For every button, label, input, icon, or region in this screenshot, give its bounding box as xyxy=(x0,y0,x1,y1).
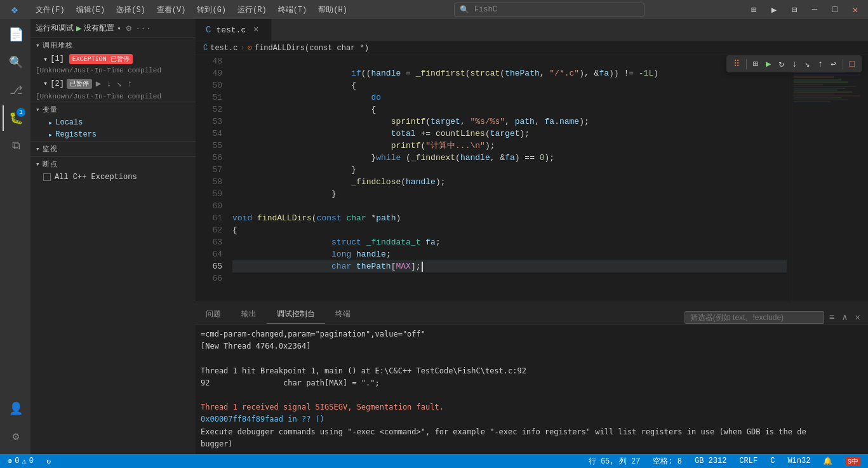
debug-step-back-button[interactable]: ↩ xyxy=(827,57,839,71)
line-63: 63 xyxy=(201,236,222,248)
play-debug-icon[interactable]: ▶ xyxy=(76,23,81,34)
status-errors[interactable]: ⊗ 0 ⚠ 0 xyxy=(5,454,36,468)
explorer-icon[interactable]: 📄 xyxy=(3,22,28,47)
debug-drag-handle[interactable]: ⠿ xyxy=(730,57,743,71)
var-locals[interactable]: Locals xyxy=(30,117,196,129)
panel-tab-terminal[interactable]: 终端 xyxy=(325,305,361,324)
menu-file[interactable]: 文件(F) xyxy=(30,3,70,17)
debug-restart-button[interactable]: ↻ xyxy=(775,57,787,71)
registers-label: Registers xyxy=(55,130,97,140)
status-position[interactable]: 行 65, 列 27 xyxy=(586,454,643,468)
menu-view[interactable]: 查看(V) xyxy=(152,3,191,17)
debug-toolbar-sep1 xyxy=(746,59,747,69)
status-spaces[interactable]: 空格: 8 xyxy=(650,454,684,468)
maximize-button[interactable]: □ xyxy=(827,2,843,17)
variables-section: 变量 Locals Registers xyxy=(30,102,196,141)
line-64: 64 xyxy=(201,248,222,260)
status-eol[interactable]: CRLF xyxy=(737,454,760,468)
watch-label: 监视 xyxy=(43,144,58,154)
variables-header[interactable]: 变量 xyxy=(30,102,196,117)
menu-run[interactable]: 运行(R) xyxy=(232,3,272,17)
panel-close-icon[interactable]: ✕ xyxy=(853,311,863,324)
close-button[interactable]: ✕ xyxy=(848,2,863,17)
debug-config-arrow[interactable]: ▾ xyxy=(117,25,121,32)
tab-test-c[interactable]: C test.c × xyxy=(196,19,272,41)
status-language[interactable]: C xyxy=(768,454,777,468)
panel-tab-problems[interactable]: 问题 xyxy=(196,305,231,324)
panel-up-icon[interactable]: ∧ xyxy=(839,311,850,324)
panel-tab-debug-console[interactable]: 调试控制台 xyxy=(267,305,325,324)
debug-icon[interactable]: ▶ xyxy=(766,2,782,17)
debug-step-into-button[interactable]: ↘ xyxy=(801,57,813,71)
thread2-step-out-icon[interactable]: ↑ xyxy=(126,77,133,90)
console-line-9: bugger) xyxy=(201,438,863,450)
no-config-label[interactable]: 没有配置 xyxy=(84,23,114,34)
debug-gear-icon[interactable]: ⚙ xyxy=(126,23,131,34)
spaces-text: 空格: 8 xyxy=(653,456,682,467)
callstack-section: 调用堆栈 [1] EXCEPTION 已暂停 [Unknown/Just-In-… xyxy=(30,38,196,454)
search-activity-icon[interactable]: 🔍 xyxy=(3,50,28,75)
layout-icon[interactable]: ⊞ xyxy=(746,2,761,17)
status-sync[interactable]: ↻ xyxy=(44,454,53,468)
settings-icon[interactable]: ⚙ xyxy=(3,424,28,449)
paused-badge: 已暂停 xyxy=(67,79,92,89)
thread2-step-into-icon[interactable]: ↘ xyxy=(116,77,123,90)
code-content[interactable]: if (( handle = _findfirst ( strcat ( the… xyxy=(227,55,792,302)
status-notification-bell[interactable]: 🔔 xyxy=(820,454,835,468)
debug-continue-button[interactable]: ▶ xyxy=(763,57,774,71)
minimize-button[interactable]: ─ xyxy=(807,2,822,17)
source-control-icon[interactable]: ⎇ xyxy=(3,77,28,103)
status-platform[interactable]: Win32 xyxy=(785,454,813,468)
debug-stop-button[interactable]: □ xyxy=(846,57,858,71)
menu-goto[interactable]: 转到(G) xyxy=(192,3,231,17)
line-61: 61 xyxy=(201,212,222,224)
code-line-65: char thePath [ MAX ]; xyxy=(232,260,787,272)
debug-console[interactable]: =cmd-param-changed,param="pagination",va… xyxy=(196,324,868,454)
status-encoding[interactable]: GB 2312 xyxy=(692,454,729,468)
debug-step-over-button[interactable]: ↓ xyxy=(789,57,800,71)
code-line-61: void findALLDirs ( const char * path ) xyxy=(232,212,787,224)
thread2-chevron xyxy=(43,79,48,88)
breakpoint-checkbox[interactable] xyxy=(43,173,51,181)
callstack-thread2-sub[interactable]: [Unknown/Just-In-Time compiled xyxy=(30,91,196,102)
watch-header[interactable]: 监视 xyxy=(30,142,196,156)
extensions-icon[interactable]: ⊟ xyxy=(787,2,802,17)
thread2-step-over-icon[interactable]: ↓ xyxy=(105,77,112,90)
code-editor[interactable]: 48 49 50 51 52 53 54 55 56 57 58 59 60 6… xyxy=(196,55,868,302)
variables-chevron xyxy=(36,105,40,114)
panel-tab-output[interactable]: 输出 xyxy=(231,305,267,324)
debug-grid-icon[interactable]: ⊞ xyxy=(750,57,761,71)
breadcrumb-file[interactable]: test.c xyxy=(210,44,237,53)
account-icon[interactable]: 👤 xyxy=(3,396,28,421)
search-bar[interactable]: 🔍 FishC xyxy=(454,3,644,17)
menu-help[interactable]: 帮助(H) xyxy=(313,3,352,17)
var-registers[interactable]: Registers xyxy=(30,129,196,141)
panel-filter-input[interactable] xyxy=(684,311,824,324)
callstack-thread1-sub[interactable]: [Unknown/Just-In-Time compiled xyxy=(30,65,196,76)
breakpoints-header[interactable]: 断点 xyxy=(30,157,196,171)
debug-activity-icon[interactable]: 🐛 1 xyxy=(3,105,28,131)
breakpoint-item-0[interactable]: All C++ Exceptions xyxy=(30,171,196,183)
thread2-play-icon[interactable]: ▶ xyxy=(95,77,102,90)
menu-terminal[interactable]: 终端(T) xyxy=(273,3,312,17)
panel-actions: ≡ ∧ ✕ xyxy=(684,311,868,324)
menu-edit[interactable]: 编辑(E) xyxy=(71,3,110,17)
tab-close-button[interactable]: × xyxy=(251,25,261,35)
bottom-panel: 问题 输出 调试控制台 终端 ≡ ∧ ✕ =cmd-param-changed,… xyxy=(196,302,868,454)
debug-more-icon[interactable]: ··· xyxy=(135,23,151,34)
status-fishc-logo[interactable]: S中 xyxy=(843,454,863,468)
menu-select[interactable]: 选择(S) xyxy=(111,3,150,17)
extensions-activity-icon[interactable]: ⧉ xyxy=(3,133,28,159)
callstack-chevron xyxy=(36,41,40,50)
callstack-thread-1[interactable]: [1] EXCEPTION 已暂停 xyxy=(30,53,196,65)
line-56: 56 xyxy=(201,152,222,164)
line-59: 59 xyxy=(201,188,222,200)
language-text: C xyxy=(770,457,775,465)
callstack-header[interactable]: 调用堆栈 xyxy=(30,38,196,53)
title-bar-right: ⊞ ▶ ⊟ ─ □ ✕ xyxy=(746,2,863,17)
console-line-8: Execute debugger commands using "-exec <… xyxy=(201,426,863,438)
callstack-thread-2[interactable]: [2] 已暂停 ▶ ↓ ↘ ↑ xyxy=(30,76,196,91)
breadcrumb-func[interactable]: findALLDirs(const char *) xyxy=(255,44,369,53)
debug-step-out-button[interactable]: ↑ xyxy=(815,57,826,71)
panel-wrap-icon[interactable]: ≡ xyxy=(827,311,837,324)
